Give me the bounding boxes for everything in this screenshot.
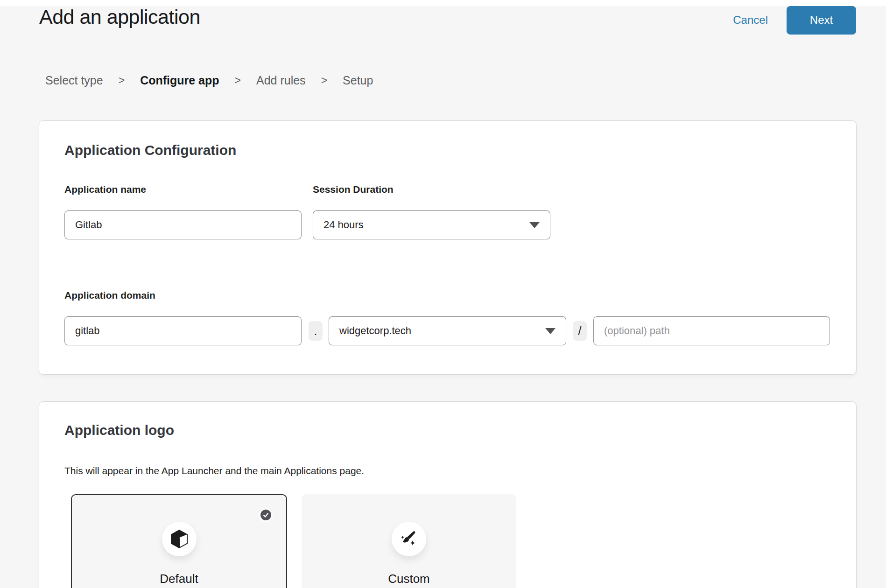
breadcrumb: Select type > Configure app > Add rules … <box>45 74 373 87</box>
page-title: Add an application <box>39 6 200 28</box>
cube-icon <box>168 528 190 550</box>
application-name-input[interactable] <box>64 210 302 239</box>
breadcrumb-configure-app[interactable]: Configure app <box>140 74 219 87</box>
slash-separator: / <box>573 321 587 341</box>
session-duration-value: 24 hours <box>323 219 364 231</box>
chevron-down-icon <box>529 222 540 228</box>
application-logo-heading: Application logo <box>64 422 174 438</box>
application-configuration-heading: Application Configuration <box>64 142 236 158</box>
breadcrumb-separator: > <box>235 74 241 87</box>
breadcrumb-separator: > <box>119 74 125 87</box>
session-duration-select[interactable]: 24 hours <box>313 210 550 239</box>
breadcrumb-select-type[interactable]: Select type <box>45 74 103 87</box>
subdomain-input[interactable] <box>64 316 302 345</box>
application-configuration-card: Application Configuration Application na… <box>39 120 857 375</box>
logo-option-custom[interactable]: Custom <box>302 494 516 588</box>
chevron-down-icon <box>545 328 556 334</box>
logo-option-label: Default <box>72 572 286 586</box>
paintbrush-icon <box>398 528 420 550</box>
application-logo-description: This will appear in the App Launcher and… <box>64 465 364 476</box>
header-actions: Cancel Next <box>733 6 856 35</box>
domain-select[interactable]: widgetcorp.tech <box>329 316 566 345</box>
breadcrumb-setup[interactable]: Setup <box>343 74 373 87</box>
logo-option-default[interactable]: Default <box>71 494 287 588</box>
cancel-button[interactable]: Cancel <box>733 14 768 27</box>
next-button[interactable]: Next <box>787 6 856 35</box>
domain-value: widgetcorp.tech <box>339 325 411 337</box>
application-name-label: Application name <box>64 184 146 195</box>
breadcrumb-add-rules[interactable]: Add rules <box>256 74 306 87</box>
dot-separator: . <box>309 321 323 341</box>
logo-option-label: Custom <box>302 572 515 586</box>
application-domain-label: Application domain <box>64 290 155 301</box>
breadcrumb-separator: > <box>321 74 327 87</box>
path-input[interactable] <box>593 316 830 345</box>
default-icon-circle <box>162 522 197 556</box>
selected-check-icon <box>260 510 271 520</box>
custom-icon-circle <box>392 522 426 556</box>
application-logo-card: Application logo This will appear in the… <box>39 401 857 588</box>
session-duration-label: Session Duration <box>313 184 394 195</box>
